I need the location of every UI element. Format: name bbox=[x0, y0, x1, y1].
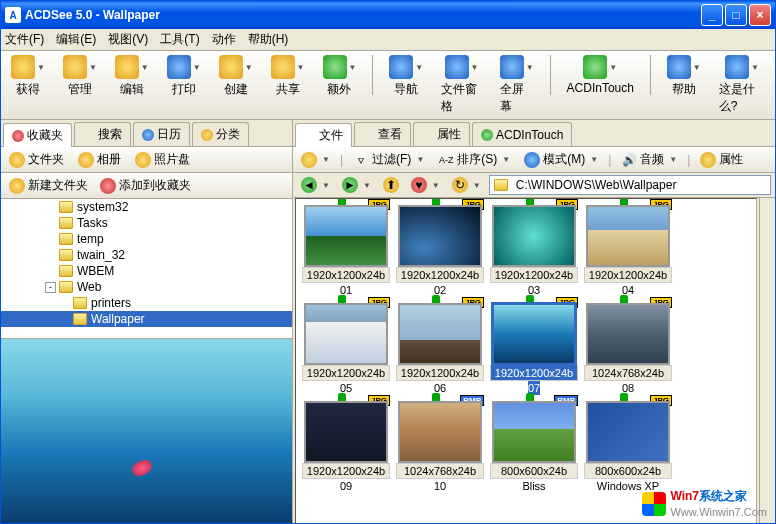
tree-item[interactable]: -Web bbox=[1, 279, 292, 295]
thumbnail-item[interactable]: JPG1024x768x24b08 bbox=[584, 303, 672, 395]
up-button[interactable]: ⬆ bbox=[379, 175, 403, 195]
menu-item[interactable]: 视图(V) bbox=[108, 31, 148, 48]
history-nav-button[interactable]: ↻▼ bbox=[448, 175, 485, 195]
sort-label: 排序(S) bbox=[457, 151, 497, 168]
folder-tree[interactable]: system32Taskstemptwain_32WBEM-Webprinter… bbox=[1, 199, 292, 339]
tab-属性[interactable]: 属性 bbox=[413, 122, 470, 146]
menu-item[interactable]: 工具(T) bbox=[160, 31, 199, 48]
add-favorite-button[interactable]: 添加到收藏夹 bbox=[96, 175, 195, 196]
tree-item[interactable]: WBEM bbox=[1, 263, 292, 279]
folder-icon bbox=[59, 265, 73, 277]
tab-icon bbox=[363, 129, 375, 141]
chevron-down-icon: ▼ bbox=[297, 63, 305, 72]
thumbnail-item[interactable]: JPG1920x1200x24b09 bbox=[302, 401, 390, 493]
sort-button[interactable]: A-Z排序(S)▼ bbox=[434, 149, 514, 170]
subtab-文件夹[interactable]: 文件夹 bbox=[5, 149, 68, 170]
thumbnail-item[interactable]: JPG800x600x24bWindows XP bbox=[584, 401, 672, 493]
thumbnail-image bbox=[586, 303, 670, 365]
tab-查看[interactable]: 查看 bbox=[354, 122, 411, 146]
menu-bar: 文件(F)编辑(E)视图(V)工具(T)动作帮助(H) bbox=[1, 29, 775, 51]
thumbnail-item[interactable]: JPG1920x1200x24b06 bbox=[396, 303, 484, 395]
tab-label: 搜索 bbox=[98, 126, 122, 143]
vertical-scrollbar[interactable] bbox=[759, 198, 775, 524]
thumbnail-item[interactable]: JPG1920x1200x24b07 bbox=[490, 303, 578, 395]
toolbar-ACDInTouch[interactable]: ▼ACDInTouch bbox=[563, 53, 638, 97]
thumbnail-name: 10 bbox=[434, 479, 446, 493]
thumbnail-grid[interactable]: JPG1920x1200x24b01JPG1920x1200x24b02JPG1… bbox=[295, 198, 757, 524]
tab-日历[interactable]: 日历 bbox=[133, 122, 190, 146]
tab-收藏夹[interactable]: 收藏夹 bbox=[3, 123, 72, 147]
back-button[interactable]: ◄▼ bbox=[297, 175, 334, 195]
new-folder-button[interactable]: 新建文件夹 bbox=[5, 175, 92, 196]
tree-item[interactable]: printers bbox=[1, 295, 292, 311]
toolbar-全屏幕[interactable]: ▼全屏幕 bbox=[496, 53, 538, 117]
thumbnail-item[interactable]: BMP1024x768x24b10 bbox=[396, 401, 484, 493]
tree-item[interactable]: Wallpaper bbox=[1, 311, 292, 327]
toolbar-帮助[interactable]: ▼帮助 bbox=[663, 53, 705, 100]
tab-文件[interactable]: 文件 bbox=[295, 123, 352, 147]
thumbnail-item[interactable]: JPG1920x1200x24b02 bbox=[396, 205, 484, 297]
close-button[interactable]: × bbox=[749, 4, 771, 26]
thumbnail-item[interactable]: JPG1920x1200x24b01 bbox=[302, 205, 390, 297]
toolbar-获得[interactable]: ▼获得 bbox=[7, 53, 49, 100]
thumbnail-item[interactable]: JPG1920x1200x24b03 bbox=[490, 205, 578, 297]
props-button[interactable]: 属性 bbox=[696, 149, 747, 170]
mode-button[interactable]: 模式(M)▼ bbox=[520, 149, 602, 170]
tree-item[interactable]: temp bbox=[1, 231, 292, 247]
filter-label: 过滤(F) bbox=[372, 151, 411, 168]
toolbar-这是什么?[interactable]: ▼这是什么? bbox=[715, 53, 769, 117]
thumbnail-image bbox=[398, 205, 482, 267]
mode-label: 模式(M) bbox=[543, 151, 585, 168]
audio-button[interactable]: 🔊音频▼ bbox=[617, 149, 681, 170]
fav-nav-button[interactable]: ♥▼ bbox=[407, 175, 444, 195]
filter-button[interactable]: ▿过滤(F)▼ bbox=[349, 149, 428, 170]
maximize-button[interactable]: □ bbox=[725, 4, 747, 26]
subtab-相册[interactable]: 相册 bbox=[74, 149, 125, 170]
menu-item[interactable]: 动作 bbox=[212, 31, 236, 48]
menu-item[interactable]: 编辑(E) bbox=[56, 31, 96, 48]
menu-item[interactable]: 文件(F) bbox=[5, 31, 44, 48]
toolbar-label: 管理 bbox=[68, 81, 92, 98]
thumbnail-item[interactable]: JPG1920x1200x24b05 bbox=[302, 303, 390, 395]
toolbar-编辑[interactable]: ▼编辑 bbox=[111, 53, 153, 100]
tab-ACDInTouch[interactable]: ACDInTouch bbox=[472, 122, 572, 146]
menu-item[interactable]: 帮助(H) bbox=[248, 31, 289, 48]
thumbnail-name: Windows XP bbox=[597, 479, 659, 493]
thumbnail-dimensions: 800x600x24b bbox=[584, 463, 672, 479]
forward-button[interactable]: ►▼ bbox=[338, 175, 375, 195]
forward-icon: ► bbox=[342, 177, 358, 193]
tree-item[interactable]: twain_32 bbox=[1, 247, 292, 263]
tree-label: Web bbox=[77, 280, 101, 294]
chevron-down-icon: ▼ bbox=[471, 63, 479, 72]
minimize-button[interactable]: _ bbox=[701, 4, 723, 26]
tab-搜索[interactable]: 搜索 bbox=[74, 122, 131, 146]
tab-icon bbox=[304, 130, 316, 142]
title-bar: A ACDSee 5.0 - Wallpaper _ □ × bbox=[1, 1, 775, 29]
chevron-down-icon: ▼ bbox=[502, 155, 510, 164]
toolbar-icon bbox=[389, 55, 413, 79]
tree-item[interactable]: system32 bbox=[1, 199, 292, 215]
chevron-down-icon: ▼ bbox=[193, 63, 201, 72]
thumbnail-item[interactable]: BMP800x600x24bBliss bbox=[490, 401, 578, 493]
toolbar-额外[interactable]: ▼额外 bbox=[319, 53, 361, 100]
expand-icon[interactable]: - bbox=[45, 282, 56, 293]
toolbar-创建[interactable]: ▼创建 bbox=[215, 53, 257, 100]
address-bar[interactable]: C:\WINDOWS\Web\Wallpaper bbox=[489, 175, 771, 195]
tab-label: 分类 bbox=[216, 126, 240, 143]
tab-分类[interactable]: 分类 bbox=[192, 122, 249, 146]
toolbar-导航[interactable]: ▼导航 bbox=[385, 53, 427, 100]
subtab-照片盘[interactable]: 照片盘 bbox=[131, 149, 194, 170]
history-button[interactable]: ▼ bbox=[297, 150, 334, 170]
chevron-down-icon: ▼ bbox=[322, 181, 330, 190]
tree-label: system32 bbox=[77, 200, 128, 214]
toolbar-打印[interactable]: ▼打印 bbox=[163, 53, 205, 100]
toolbar-文件窗格[interactable]: ▼文件窗格 bbox=[437, 53, 486, 117]
tree-item[interactable]: Tasks bbox=[1, 215, 292, 231]
toolbar-共享[interactable]: ▼共享 bbox=[267, 53, 309, 100]
tab-label: ACDInTouch bbox=[496, 128, 563, 142]
thumbnail-image bbox=[304, 303, 388, 365]
thumbnail-item[interactable]: JPG1920x1200x24b04 bbox=[584, 205, 672, 297]
address-text: C:\WINDOWS\Web\Wallpaper bbox=[516, 178, 677, 192]
toolbar-管理[interactable]: ▼管理 bbox=[59, 53, 101, 100]
toolbar-icon bbox=[115, 55, 139, 79]
